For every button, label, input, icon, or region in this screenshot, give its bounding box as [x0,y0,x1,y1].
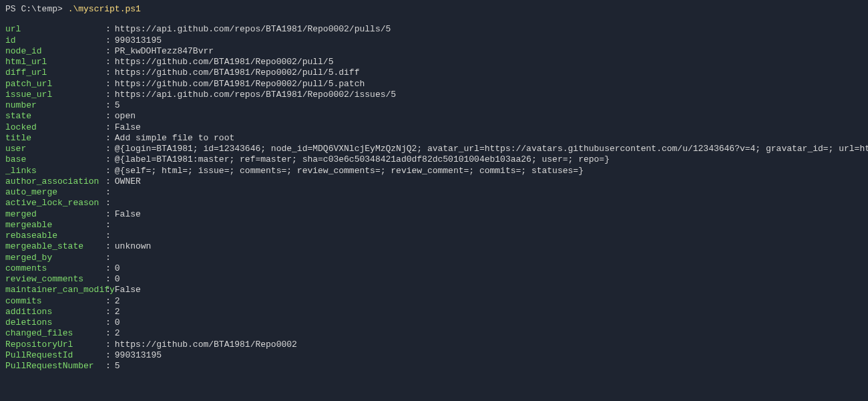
output-key: commits [5,296,105,307]
output-value: 2 [115,328,120,339]
output-row: diff_url:https://github.com/BTA1981/Repo… [5,68,863,78]
output-key: RepositoryUrl [5,340,105,350]
prompt-prefix: PS C:\temp> [5,4,68,14]
output-value: False [115,122,141,133]
output-key: html_url [5,57,105,68]
output-key: diff_url [5,68,105,78]
output-key: patch_url [5,79,105,90]
output-colon: : [105,350,111,361]
output-key: changed_files [5,328,105,339]
output-value: unknown [115,241,152,252]
output-value: open [115,111,136,122]
output-row: author_association:OWNER [5,176,863,187]
terminal-output: url:https://api.github.com/repos/BTA1981… [5,24,863,372]
output-row: maintainer_can_modify:False [5,285,863,295]
output-colon: : [105,296,111,307]
output-row: merged_by: [5,253,863,263]
output-row: comments:0 [5,263,863,274]
output-colon: : [105,328,111,339]
output-value: False [115,209,141,220]
output-key: auto_merge [5,187,105,198]
output-row: PullRequestNumber:5 [5,361,863,372]
output-key: merged [5,209,105,220]
output-value: False [115,285,141,295]
output-colon: : [105,231,111,241]
output-colon: : [105,24,111,35]
output-row: changed_files:2 [5,328,863,339]
output-key: comments [5,263,105,274]
output-row: user:@{login=BTA1981; id=12343646; node_… [5,144,863,154]
output-row: html_url:https://github.com/BTA1981/Repo… [5,57,863,68]
output-colon: : [105,90,111,100]
output-value: https://github.com/BTA1981/Repo0002 [115,340,297,350]
output-value: 0 [115,263,120,274]
output-row: title:Add simple file to root [5,133,863,144]
output-value: https://github.com/BTA1981/Repo0002/pull… [115,57,334,68]
output-colon: : [105,274,111,285]
output-colon: : [105,154,111,165]
output-key: locked [5,122,105,133]
output-value: Add simple file to root [115,133,234,144]
output-row: id:990313195 [5,35,863,46]
output-key: merged_by [5,253,105,263]
output-colon: : [105,361,111,372]
output-key: title [5,133,105,144]
output-key: number [5,100,105,111]
prompt-command: .\myscript.ps1 [68,4,141,14]
output-key: mergeable_state [5,241,105,252]
output-key: rebaseable [5,231,105,241]
output-key: id [5,35,105,46]
output-colon: : [105,241,111,252]
output-value: 2 [115,296,120,307]
output-key: PullRequestId [5,350,105,361]
output-colon: : [105,220,111,231]
output-value: 2 [115,307,120,317]
output-value: @{login=BTA1981; id=12343646; node_id=MD… [115,144,868,154]
output-row: locked:False [5,122,863,133]
output-colon: : [105,166,111,176]
output-colon: : [105,57,111,68]
output-key: base [5,154,105,165]
output-key: review_comments [5,274,105,285]
output-key: deletions [5,317,105,328]
output-row: issue_url:https://api.github.com/repos/B… [5,90,863,100]
output-row: rebaseable: [5,231,863,241]
output-row: active_lock_reason: [5,198,863,209]
output-row: additions:2 [5,307,863,317]
output-row: deletions:0 [5,317,863,328]
output-row: RepositoryUrl:https://github.com/BTA1981… [5,340,863,350]
output-row: patch_url:https://github.com/BTA1981/Rep… [5,79,863,90]
output-key: issue_url [5,90,105,100]
output-key: node_id [5,46,105,57]
output-value: @{label=BTA1981:master; ref=master; sha=… [115,154,610,165]
output-row: mergeable_state:unknown [5,241,863,252]
output-row: number:5 [5,100,863,111]
output-colon: : [105,111,111,122]
output-value: 0 [115,317,120,328]
output-row: _links:@{self=; html=; issue=; comments=… [5,166,863,176]
output-value: https://github.com/BTA1981/Repo0002/pull… [115,79,365,90]
output-key: PullRequestNumber [5,361,105,372]
output-value: @{self=; html=; issue=; comments=; revie… [115,166,584,176]
output-value: PR_kwDOHTezz847Bvrr [115,46,214,57]
output-value: 990313195 [115,350,162,361]
output-colon: : [105,46,111,57]
output-key: author_association [5,176,105,187]
output-row: state:open [5,111,863,122]
output-colon: : [105,253,111,263]
output-colon: : [105,198,111,209]
output-row: base:@{label=BTA1981:master; ref=master;… [5,154,863,165]
output-row: commits:2 [5,296,863,307]
output-key: active_lock_reason [5,198,105,209]
output-value: 5 [115,361,120,372]
output-key: mergeable [5,220,105,231]
output-key: additions [5,307,105,317]
prompt-line[interactable]: PS C:\temp> .\myscript.ps1 [5,4,863,15]
output-colon: : [105,263,111,274]
output-colon: : [105,340,111,350]
output-colon: : [105,35,111,46]
output-colon: : [105,122,111,133]
output-key: state [5,111,105,122]
output-row: PullRequestId:990313195 [5,350,863,361]
output-key: url [5,24,105,35]
